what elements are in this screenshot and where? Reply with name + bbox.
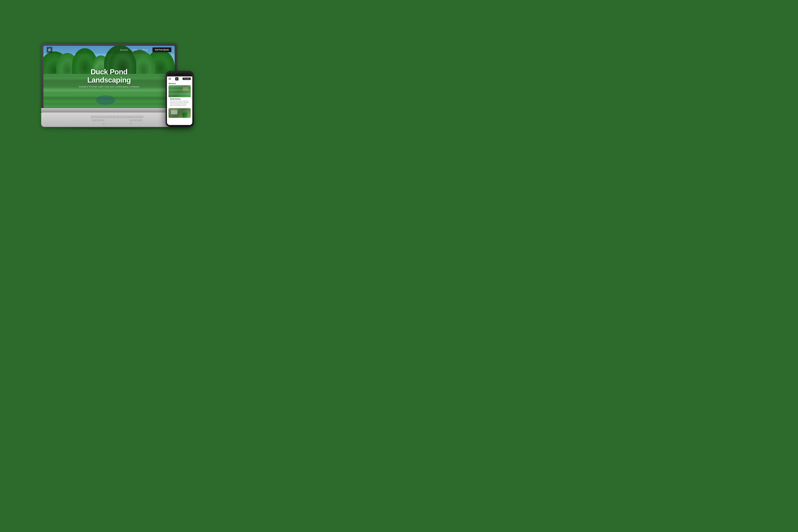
phone-content: Services Week [167, 81, 192, 125]
key [137, 119, 142, 121]
key [91, 115, 94, 118]
phone-logo-icon: D [176, 78, 177, 80]
key [94, 115, 98, 118]
hero-subtitle: Granby's Premier Lawn Care and Landscapi… [76, 85, 142, 88]
laptop: D Services Work About Get Free Quote Duc… [41, 43, 177, 130]
key [124, 115, 127, 118]
phone: D Free Quote Services [166, 71, 194, 127]
key [92, 119, 97, 121]
nav-services[interactable]: Services [120, 49, 128, 51]
phone-navbar: D Free Quote [167, 76, 192, 81]
scene: D Services Work About Get Free Quote Duc… [21, 9, 197, 136]
nav-about[interactable]: About [142, 49, 148, 51]
key [116, 115, 120, 118]
phone-section-title: Services [167, 81, 192, 85]
key [131, 115, 134, 118]
phone-card-landscaping [169, 108, 191, 118]
phone-card-image-landscaping [169, 108, 191, 118]
website: D Services Work About Get Free Quote Duc… [43, 46, 175, 108]
nav-logo: D [46, 47, 52, 53]
phone-card-title-mowing: Weekly Mowing [170, 98, 189, 100]
key [138, 115, 143, 118]
phone-card-text-mowing: Sit back and relax while our experienced… [170, 100, 189, 106]
laptop-hinge [41, 108, 177, 113]
hero-title: Duck Pond Landscaping [76, 68, 142, 84]
website-hero: Duck Pond Landscaping Granby's Premier L… [76, 68, 142, 88]
phone-card-body-mowing: Weekly Mowing Sit back and relax while o… [169, 97, 191, 107]
trackpad[interactable] [104, 119, 130, 125]
logo-icon: D [49, 48, 51, 52]
keyboard-row-1 [91, 115, 143, 118]
nav-links: Services Work About Get Free Quote [120, 48, 171, 52]
nav-work[interactable]: Work [133, 49, 137, 51]
key [97, 119, 100, 121]
hamburger-menu[interactable] [169, 78, 171, 80]
phone-card-mowing: Weekly Mowing Sit back and relax while o… [169, 85, 191, 107]
hamburger-line [169, 79, 171, 80]
key [130, 119, 133, 121]
laptop-screen: D Services Work About Get Free Quote Duc… [43, 46, 175, 108]
phone-status-bar [167, 73, 192, 76]
key [134, 119, 137, 121]
key [101, 119, 104, 121]
key [106, 115, 109, 118]
phone-logo: D [175, 77, 178, 80]
key [109, 115, 112, 118]
hamburger-line [169, 79, 171, 79]
key [98, 115, 101, 118]
phone-card-image-mowing [169, 85, 191, 97]
website-nav: D Services Work About Get Free Quote [43, 46, 175, 54]
key [120, 115, 124, 118]
key [113, 115, 116, 118]
nav-cta-button[interactable]: Get Free Quote [152, 48, 171, 52]
phone-notch [176, 74, 184, 75]
phone-screen: D Free Quote Services [167, 73, 192, 125]
laptop-shadow [41, 127, 194, 130]
key [135, 115, 138, 118]
hamburger-line [169, 78, 171, 78]
phone-quote-button[interactable]: Free Quote [183, 78, 191, 80]
key [128, 115, 131, 118]
laptop-screen-outer: D Services Work About Get Free Quote Duc… [41, 43, 177, 108]
key [102, 115, 105, 118]
